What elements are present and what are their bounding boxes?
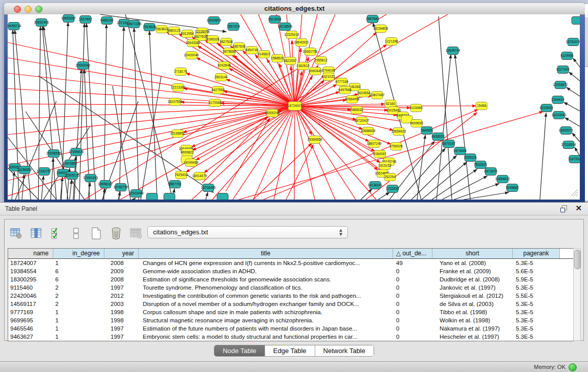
cell-name[interactable]: 9115460: [8, 283, 53, 292]
cell-short[interactable]: de Silva et al. (2003): [432, 300, 513, 308]
show-columns-icon[interactable]: [29, 226, 44, 241]
cell-name[interactable]: 9777169: [8, 308, 53, 316]
tab-node-table[interactable]: Node Table: [214, 345, 265, 356]
cell-title[interactable]: Estimation of significance thresholds fo…: [139, 275, 393, 283]
table-row[interactable]: 946554611997Estimation of the future num…: [8, 324, 573, 333]
column-header-short[interactable]: short: [432, 249, 513, 258]
tab-edge-table[interactable]: Edge Table: [265, 345, 315, 356]
cell-title[interactable]: Structural magnetic resonance image aver…: [139, 316, 393, 324]
graph-node[interactable]: [217, 193, 228, 200]
cell-year[interactable]: 1997: [104, 324, 139, 333]
cell-name[interactable]: 22420046: [8, 292, 53, 300]
scrollbar-thumb[interactable]: [574, 250, 581, 269]
cell-out_de[interactable]: 0: [393, 300, 432, 308]
cell-year[interactable]: 1997: [104, 333, 139, 341]
table-row[interactable]: 946362711997Embryonic stem cells: a mode…: [8, 333, 573, 341]
cell-short[interactable]: Dudbridge et al. (2008): [432, 275, 513, 283]
cell-year[interactable]: 2008: [104, 275, 139, 283]
cell-name[interactable]: 9699695: [8, 316, 53, 324]
cell-short[interactable]: Hescheler et al. (1997): [432, 333, 513, 341]
cell-title[interactable]: Estimation of the future numbers of pati…: [139, 324, 393, 333]
cell-year[interactable]: 2012: [104, 292, 139, 300]
cell-name[interactable]: 18300295: [8, 275, 53, 283]
cell-in_degree[interactable]: 1: [53, 316, 104, 324]
cell-title[interactable]: Genome-wide association studies in ADHD.: [139, 267, 393, 275]
cell-short[interactable]: Nakamura et al. (1997): [432, 324, 513, 333]
cell-pagerank[interactable]: 5.3E-5: [513, 324, 560, 333]
cell-pagerank[interactable]: 5.3E-5: [513, 316, 560, 324]
cell-out_de[interactable]: 0: [393, 283, 432, 292]
cell-in_degree[interactable]: 6: [53, 267, 104, 275]
cell-title[interactable]: Changes of HCN gene expression and I(f) …: [139, 259, 393, 267]
cell-out_de[interactable]: 0: [393, 316, 432, 324]
table-row[interactable]: 1938455462009Genome-wide association stu…: [8, 267, 573, 275]
cell-in_degree[interactable]: 1: [53, 308, 104, 316]
graph-node[interactable]: [572, 17, 580, 25]
cell-out_de[interactable]: 0: [393, 308, 432, 316]
cell-year[interactable]: 2008: [104, 259, 139, 267]
float-panel-icon[interactable]: [560, 205, 568, 212]
close-panel-icon[interactable]: ✕: [575, 204, 582, 213]
cell-short[interactable]: Franke et al. (2009): [432, 267, 513, 275]
cell-pagerank[interactable]: 5.6E-5: [513, 267, 560, 275]
cell-in_degree[interactable]: 1: [53, 324, 104, 333]
cell-year[interactable]: 2003: [104, 300, 139, 308]
table-row[interactable]: 1872400712008Changes of HCN gene express…: [8, 259, 573, 267]
cell-short[interactable]: Jankovic et al. (1997): [432, 283, 513, 292]
new-column-icon[interactable]: [89, 226, 104, 241]
cell-pagerank[interactable]: 5.3E-5: [513, 300, 560, 308]
table-row[interactable]: 1830029562008Estimation of significance …: [8, 275, 573, 283]
table-row[interactable]: 2242004622012Investigating the contribut…: [8, 292, 573, 300]
cell-year[interactable]: 2009: [104, 267, 139, 275]
cell-out_de[interactable]: 0: [393, 267, 432, 275]
cell-name[interactable]: 9463627: [8, 333, 53, 341]
cell-out_de[interactable]: 0: [393, 333, 432, 341]
cell-out_de[interactable]: 0: [393, 324, 432, 333]
cell-year[interactable]: 1997: [104, 283, 139, 292]
table-row[interactable]: 1456911722003Disruption of a novel membe…: [8, 300, 573, 308]
citation-graph[interactable]: 1872400776638229860123891295412226058982…: [8, 14, 580, 200]
column-header-title[interactable]: title: [139, 249, 393, 258]
cell-pagerank[interactable]: 5.3E-5: [513, 259, 560, 267]
cell-in_degree[interactable]: 1: [53, 333, 104, 341]
cell-short[interactable]: Stergiakouli et al. (2012): [432, 292, 513, 300]
cell-in_degree[interactable]: 2: [53, 300, 104, 308]
resize-grip-icon[interactable]: [571, 189, 578, 196]
cell-in_degree[interactable]: 6: [53, 275, 104, 283]
cell-name[interactable]: 9465546: [8, 324, 53, 333]
cell-pagerank[interactable]: 5.3E-5: [513, 283, 560, 292]
table-scrollbar[interactable]: [573, 248, 581, 341]
select-all-icon[interactable]: [49, 226, 64, 241]
cell-short[interactable]: Yano et al. (2008): [432, 259, 513, 267]
column-header-in_degree[interactable]: in_degree: [53, 249, 104, 258]
cell-title[interactable]: Tourette syndrome. Phenomenology and cla…: [139, 283, 393, 292]
cell-pagerank[interactable]: 5.9E-5: [513, 275, 560, 283]
table-row[interactable]: 969969511998Structural magnetic resonanc…: [8, 316, 573, 324]
tab-network-table[interactable]: Network Table: [315, 345, 374, 356]
delete-column-icon[interactable]: [108, 226, 124, 241]
table-mode-icon[interactable]: [9, 226, 24, 241]
cell-name[interactable]: 18724007: [8, 259, 53, 267]
cell-pagerank[interactable]: 5.5E-5: [513, 292, 560, 300]
cell-name[interactable]: 14569117: [8, 300, 53, 308]
cell-out_de[interactable]: 49: [393, 259, 432, 267]
graph-node[interactable]: [164, 193, 175, 200]
table-select-dropdown[interactable]: citations_edges.txt ▲▼: [147, 226, 348, 238]
cell-out_de[interactable]: 0: [393, 292, 432, 300]
table-row[interactable]: 977716911998Corpus callosum shape and si…: [8, 308, 573, 316]
cell-title[interactable]: Embryonic stem cells: a model to study s…: [139, 333, 393, 341]
cell-pagerank[interactable]: 5.3E-5: [513, 333, 560, 341]
cell-title[interactable]: Disruption of a novel member of a sodium…: [139, 300, 393, 308]
cell-short[interactable]: Tibbo et al. (1998): [432, 308, 513, 316]
cell-in_degree[interactable]: 2: [53, 283, 104, 292]
column-header-year[interactable]: year: [104, 249, 139, 258]
cell-in_degree[interactable]: 1: [53, 259, 104, 267]
network-canvas[interactable]: 1872400776638229860123891295412226058982…: [8, 14, 580, 200]
deselect-all-icon[interactable]: [69, 226, 84, 241]
cell-title[interactable]: Corpus callosum shape and size in male p…: [139, 308, 393, 316]
window-titlebar[interactable]: citations_edges.txt: [4, 3, 585, 15]
memory-ok-indicator[interactable]: [569, 363, 577, 371]
column-header-name[interactable]: name: [8, 249, 53, 258]
cell-year[interactable]: 1998: [104, 308, 139, 316]
cell-out_de[interactable]: 0: [393, 275, 432, 283]
